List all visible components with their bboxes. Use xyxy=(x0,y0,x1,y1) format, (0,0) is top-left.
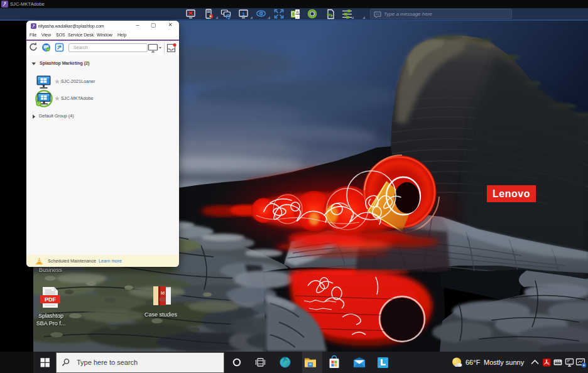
svg-text:1: 1 xyxy=(242,11,245,17)
svg-text:PDF: PDF xyxy=(45,296,57,303)
svg-text:A: A xyxy=(296,10,298,14)
svg-text:Id: Id xyxy=(161,291,165,295)
svg-text:▫: ▫ xyxy=(297,15,298,19)
svg-text:Lenovo: Lenovo xyxy=(493,188,530,199)
